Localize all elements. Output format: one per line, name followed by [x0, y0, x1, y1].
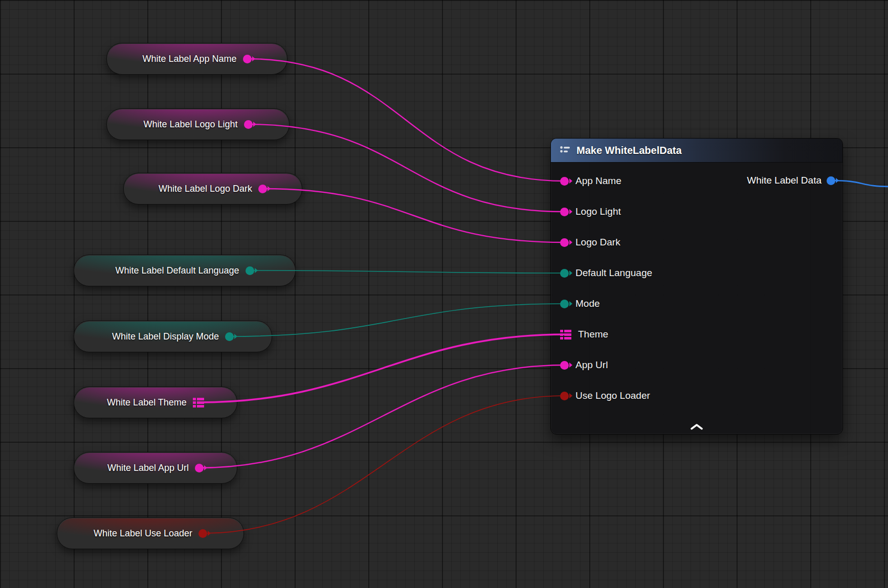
input-pin-default-language[interactable] [560, 269, 569, 278]
variable-getter-white-label-app-name[interactable]: White Label App Name [106, 43, 287, 75]
pin-label: Default Language [575, 267, 652, 279]
input-pin-list: App Name Logo Light Logo Dark Default La… [551, 163, 842, 411]
input-pin-use-logo-loader[interactable] [560, 392, 569, 400]
make-struct-icon [559, 145, 571, 156]
variable-label: White Label Theme [107, 397, 187, 408]
output-pin-use-loader[interactable] [198, 529, 207, 538]
pin-row-logo-light: Logo Light [551, 196, 842, 227]
wire-display-mode [230, 304, 565, 336]
pin-label: Mode [575, 298, 600, 309]
output-pin-app-name[interactable] [243, 55, 252, 63]
input-pin-mode[interactable] [560, 300, 569, 308]
variable-label: White Label Logo Light [143, 119, 237, 130]
wire-app-name [247, 59, 564, 181]
input-pin-app-url[interactable] [560, 361, 569, 370]
pin-row-app-url: App Url [551, 350, 842, 380]
output-pin-logo-dark[interactable] [258, 185, 267, 193]
variable-getter-white-label-app-url[interactable]: White Label App Url [74, 452, 237, 484]
variable-getter-white-label-logo-light[interactable]: White Label Logo Light [106, 108, 290, 140]
variable-getter-white-label-use-loader[interactable]: White Label Use Loader [57, 517, 244, 549]
input-pin-app-name[interactable] [560, 177, 569, 186]
input-pin-logo-dark[interactable] [560, 238, 569, 247]
variable-getter-white-label-default-language[interactable]: White Label Default Language [74, 255, 296, 286]
graph-canvas[interactable]: White Label App Name White Label Logo Li… [0, 0, 888, 588]
variable-label: White Label Default Language [115, 265, 239, 276]
pin-label: Use Logo Loader [575, 390, 650, 401]
variable-getter-white-label-display-mode[interactable]: White Label Display Mode [74, 321, 272, 352]
pin-row-logo-dark: Logo Dark [551, 227, 842, 258]
wire-default-language [250, 270, 564, 273]
variable-label: White Label Display Mode [112, 331, 219, 342]
pin-row-use-logo-loader: Use Logo Loader [551, 380, 842, 411]
pin-label: Logo Dark [575, 237, 620, 248]
output-pin-app-url[interactable] [195, 464, 204, 472]
wire-use-loader [203, 396, 565, 533]
input-pin-logo-light[interactable] [560, 208, 569, 216]
output-pin-display-mode[interactable] [225, 332, 234, 341]
wire-app-url [199, 365, 565, 468]
node-header[interactable]: Make WhiteLabelData [551, 139, 842, 163]
variable-label: White Label Use Loader [94, 528, 192, 539]
wire-logo-dark [263, 189, 565, 242]
collapse-chevron-icon[interactable] [690, 423, 704, 430]
variable-label: White Label App Name [142, 54, 236, 64]
make-whitelabeldata-node[interactable]: Make WhiteLabelData App Name Logo Light … [550, 138, 843, 435]
output-pin-logo-light[interactable] [244, 120, 253, 129]
pin-label: Logo Light [575, 206, 621, 217]
pin-label: App Url [575, 359, 608, 371]
output-row-white-label-data: White Label Data [747, 165, 835, 196]
output-pin-white-label-data[interactable] [827, 176, 835, 185]
pin-row-theme: Theme [551, 319, 842, 350]
variable-getter-white-label-theme[interactable]: White Label Theme [74, 387, 237, 418]
struct-grid-pin-theme[interactable] [193, 398, 204, 408]
pin-row-default-language: Default Language [551, 258, 842, 288]
pin-label: Theme [578, 329, 608, 340]
variable-label: White Label Logo Dark [159, 184, 252, 194]
output-pin-default-language[interactable] [246, 266, 254, 275]
pin-label: White Label Data [747, 175, 822, 186]
variable-getter-white-label-logo-dark[interactable]: White Label Logo Dark [123, 173, 302, 205]
struct-grid-pin-input-theme[interactable] [560, 330, 571, 340]
pin-label: App Name [575, 175, 621, 187]
pin-row-mode: Mode [551, 288, 842, 319]
variable-label: White Label App Url [107, 463, 189, 473]
node-title: Make WhiteLabelData [576, 145, 682, 156]
